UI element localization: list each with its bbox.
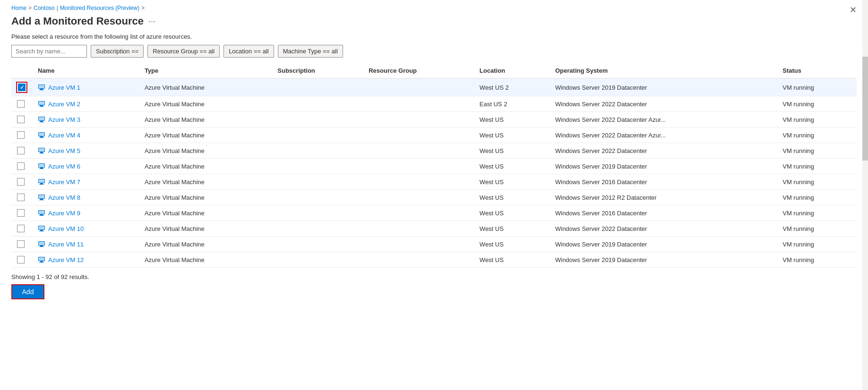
row-resource-group	[363, 127, 474, 143]
vm-icon	[38, 131, 45, 139]
row-checkbox[interactable]	[17, 178, 25, 186]
table-row[interactable]: Azure VM 2Azure Virtual MachineEast US 2…	[11, 96, 857, 112]
vm-name-link[interactable]: Azure VM 1	[38, 84, 133, 91]
footer: Showing 1 - 92 of 92 results. Add	[0, 268, 868, 305]
filter-row: Subscription == Resource Group == all Lo…	[0, 45, 868, 63]
breadcrumb-monitored-resources[interactable]: Monitored Resources (Preview)	[60, 5, 139, 11]
row-checkbox[interactable]	[18, 84, 26, 91]
row-os: Windows Server 2016 Datacenter	[550, 174, 777, 190]
add-button[interactable]: Add	[11, 284, 44, 299]
scroll-thumb[interactable]	[862, 57, 868, 161]
vm-name-link[interactable]: Azure VM 3	[38, 116, 133, 123]
col-header-resource-group[interactable]: Resource Group	[363, 63, 474, 78]
row-checkbox-cell	[11, 221, 32, 237]
scroll-track[interactable]	[862, 0, 868, 390]
row-location: West US 2	[474, 78, 550, 96]
row-name[interactable]: Azure VM 10	[32, 221, 139, 237]
panel-title: Add a Monitored Resource	[11, 15, 144, 27]
vm-name-link[interactable]: Azure VM 8	[38, 194, 133, 201]
row-checkbox[interactable]	[17, 147, 25, 154]
table-row[interactable]: Azure VM 11Azure Virtual MachineWest USW…	[11, 237, 857, 252]
row-status: VM running	[777, 127, 857, 143]
vm-icon	[38, 100, 45, 108]
row-checkbox[interactable]	[17, 131, 25, 139]
row-resource-group	[363, 190, 474, 205]
row-name[interactable]: Azure VM 2	[32, 96, 139, 112]
row-name[interactable]: Azure VM 3	[32, 112, 139, 127]
col-header-location[interactable]: Location	[474, 63, 550, 78]
row-checkbox[interactable]	[17, 225, 25, 232]
filter-machine-type[interactable]: Machine Type == all	[278, 45, 343, 58]
vm-name-link[interactable]: Azure VM 10	[38, 225, 133, 232]
table-row[interactable]: Azure VM 4Azure Virtual MachineWest USWi…	[11, 127, 857, 143]
row-checkbox[interactable]	[17, 209, 25, 217]
table-row[interactable]: Azure VM 12Azure Virtual MachineWest USW…	[11, 252, 857, 268]
table-row[interactable]: Azure VM 10Azure Virtual MachineWest USW…	[11, 221, 857, 237]
vm-name-link[interactable]: Azure VM 4	[38, 131, 133, 139]
row-type: Azure Virtual Machine	[139, 143, 272, 159]
svg-rect-46	[39, 262, 44, 263]
row-location: West US	[474, 159, 550, 174]
row-checkbox[interactable]	[17, 162, 25, 170]
col-header-os[interactable]: Operating System	[550, 63, 777, 78]
breadcrumb-contoso[interactable]: Contoso	[34, 5, 55, 11]
table-row[interactable]: Azure VM 8Azure Virtual MachineWest USWi…	[11, 190, 857, 205]
row-name[interactable]: Azure VM 11	[32, 237, 139, 252]
row-checkbox-cell	[11, 112, 32, 127]
row-checkbox[interactable]	[17, 116, 25, 123]
vm-name-link[interactable]: Azure VM 7	[38, 178, 133, 186]
col-header-subscription[interactable]: Subscription	[272, 63, 363, 78]
table-row[interactable]: Azure VM 5Azure Virtual MachineWest USWi…	[11, 143, 857, 159]
vm-icon	[38, 116, 45, 123]
svg-rect-21	[40, 168, 43, 169]
row-name[interactable]: Azure VM 6	[32, 159, 139, 174]
more-options-icon[interactable]: ···	[148, 17, 155, 26]
svg-rect-34	[39, 215, 44, 216]
vm-name-link[interactable]: Azure VM 9	[38, 209, 133, 217]
row-type: Azure Virtual Machine	[139, 221, 272, 237]
breadcrumb-home[interactable]: Home	[11, 5, 26, 11]
vm-name-link[interactable]: Azure VM 11	[38, 240, 133, 248]
row-checkbox[interactable]	[17, 240, 25, 248]
vm-name-link[interactable]: Azure VM 5	[38, 147, 133, 154]
breadcrumb-sep-2: |	[57, 5, 58, 11]
table-row[interactable]: Azure VM 3Azure Virtual MachineWest USWi…	[11, 112, 857, 127]
svg-rect-2	[39, 90, 44, 90]
filter-subscription[interactable]: Subscription ==	[91, 45, 144, 58]
col-header-status[interactable]: Status	[777, 63, 857, 78]
row-name[interactable]: Azure VM 5	[32, 143, 139, 159]
vm-name-link[interactable]: Azure VM 6	[38, 162, 133, 170]
row-os: Windows Server 2022 Datacenter Azur...	[550, 112, 777, 127]
row-name[interactable]: Azure VM 7	[32, 174, 139, 190]
row-name[interactable]: Azure VM 1	[32, 78, 139, 96]
table-header-row: Name Type Subscription Resource Group Lo…	[11, 63, 857, 78]
row-name[interactable]: Azure VM 4	[32, 127, 139, 143]
search-input[interactable]	[11, 45, 87, 58]
row-checkbox[interactable]	[17, 194, 25, 201]
row-checkbox-cell	[11, 252, 32, 268]
row-os: Windows Server 2022 Datacenter	[550, 143, 777, 159]
vm-icon	[38, 194, 45, 201]
row-checkbox-cell	[11, 127, 32, 143]
row-checkbox-cell	[11, 205, 32, 221]
table-row[interactable]: Azure VM 1Azure Virtual MachineWest US 2…	[11, 78, 857, 96]
svg-rect-23	[39, 164, 44, 167]
table-row[interactable]: Azure VM 7Azure Virtual MachineWest USWi…	[11, 174, 857, 190]
svg-rect-9	[40, 121, 43, 122]
filter-location[interactable]: Location == all	[223, 45, 274, 58]
table-row[interactable]: Azure VM 9Azure Virtual MachineWest USWi…	[11, 205, 857, 221]
col-header-type[interactable]: Type	[139, 63, 272, 78]
row-name[interactable]: Azure VM 9	[32, 205, 139, 221]
row-name[interactable]: Azure VM 12	[32, 252, 139, 268]
filter-resource-group[interactable]: Resource Group == all	[147, 45, 220, 58]
close-button[interactable]: ✕	[850, 6, 857, 14]
col-header-name[interactable]: Name	[32, 63, 139, 78]
vm-name-link[interactable]: Azure VM 2	[38, 100, 133, 108]
row-resource-group	[363, 237, 474, 252]
row-checkbox[interactable]	[17, 100, 25, 108]
row-name[interactable]: Azure VM 8	[32, 190, 139, 205]
vm-name-link[interactable]: Azure VM 12	[38, 256, 133, 263]
row-os: Windows Server 2019 Datacenter	[550, 159, 777, 174]
row-checkbox[interactable]	[17, 256, 25, 263]
table-row[interactable]: Azure VM 6Azure Virtual MachineWest USWi…	[11, 159, 857, 174]
